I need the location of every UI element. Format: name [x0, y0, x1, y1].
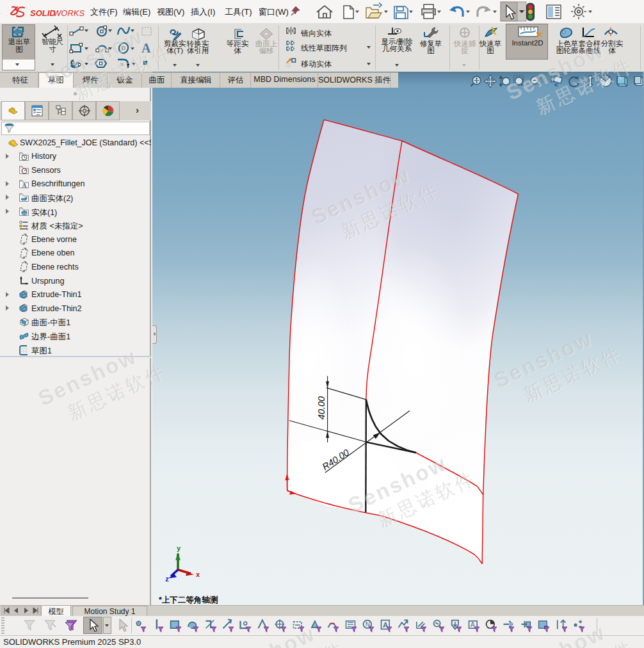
svg-text:z: z: [165, 575, 169, 583]
svg-text:40.00: 40.00: [316, 396, 326, 419]
svg-text:A: A: [22, 182, 27, 189]
svg-text:x: x: [196, 571, 200, 578]
svg-text:y: y: [177, 544, 181, 552]
svg-text:WORKS: WORKS: [53, 8, 85, 18]
svg-text:SOLID: SOLID: [30, 8, 56, 18]
